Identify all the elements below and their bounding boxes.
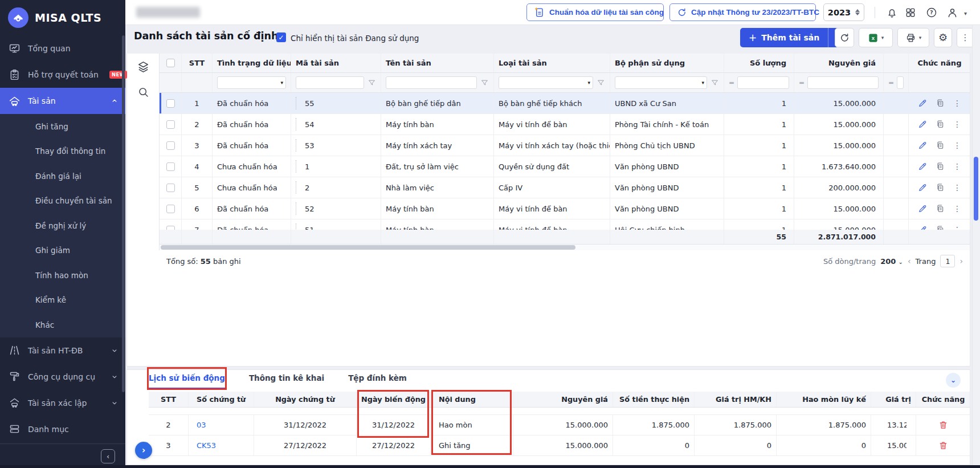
year-spinner-icon[interactable] [855,9,860,15]
sidebar-scrollbar-thumb[interactable] [122,35,125,392]
refresh-list-button[interactable] [835,28,854,47]
col-type[interactable]: Loại tài sản [494,54,610,72]
edit-icon[interactable] [918,99,927,108]
tab-declaration-info[interactable]: Thông tin kê khai [249,373,324,389]
year-selector[interactable]: 2023 [823,3,864,21]
equals-operator[interactable]: = [799,79,805,87]
col-cost[interactable]: Nguyên giá [794,54,884,72]
status-filter-select[interactable]: ▾ [217,76,286,89]
standardize-data-button[interactable]: Chuẩn hóa dữ liệu tài sản công [526,3,664,21]
per-page-select[interactable]: 200 ⌄ [880,257,903,266]
row-more-icon[interactable]: ⋮ [953,120,961,129]
extra-filter-input[interactable] [897,76,904,89]
col-name[interactable]: Tên tài sản [381,54,494,72]
tab-change-history[interactable]: Lịch sử biến động [149,373,225,389]
filter-funnel-icon[interactable] [480,79,489,87]
settings-gear-button[interactable]: ⚙ [934,28,952,47]
code-filter-input[interactable] [296,76,364,89]
row-more-icon[interactable]: ⋮ [953,225,961,230]
edit-icon[interactable] [918,141,927,150]
apps-grid-icon[interactable] [903,6,918,19]
copy-icon[interactable] [936,225,945,230]
table-row[interactable]: 7 Đã chuẩn hóa 51 Máy tính bàn Máy vi tí… [160,219,970,230]
prev-page-icon[interactable]: ‹ [908,257,911,266]
row-more-icon[interactable]: ⋮ [953,99,961,108]
tab-attachments[interactable]: Tệp đính kèm [348,373,407,389]
copy-icon[interactable] [936,162,945,171]
submenu-item[interactable]: Khác [0,312,125,337]
table-row[interactable]: 1 Đã chuẩn hóa 55 Bộ bàn ghế tiếp dân Bộ… [160,93,970,114]
sidebar-item-catalog[interactable]: Danh mục [0,416,125,442]
row-checkbox[interactable] [166,99,175,108]
help-icon[interactable] [924,6,939,19]
notifications-bell-icon[interactable] [884,6,899,19]
document-link[interactable]: 03 [197,421,206,429]
app-logo[interactable]: MISA QLTS [0,0,125,35]
equals-operator[interactable]: = [888,79,894,87]
sidebar-item-established[interactable]: Tài sản xác lập [0,390,125,416]
horizontal-scrollbar[interactable] [160,245,970,250]
cost-filter-input[interactable] [807,76,879,89]
edit-icon[interactable] [918,183,927,192]
print-button[interactable]: ▾ [897,28,929,47]
qty-filter-input[interactable] [737,76,789,89]
submenu-item[interactable]: Ghi giảm [0,238,125,263]
more-options-button[interactable]: ⋮ [957,28,974,47]
col-stt[interactable]: STT [182,54,213,72]
row-more-icon[interactable]: ⋮ [953,204,961,213]
document-link[interactable]: CK53 [197,441,216,450]
sidebar-item-assets[interactable]: Tài sản [0,88,125,114]
delete-trash-icon[interactable] [938,420,948,430]
sidebar-item-settlement[interactable]: Hỗ trợ quyết toán NEW [0,62,125,88]
sidebar-item-tools[interactable]: Công cụ dụng cụ [0,364,125,390]
col-code[interactable]: Mã tài sản [291,54,381,72]
table-row[interactable]: 4 Chưa chuẩn hóa 1 Đất, trụ sở làm việc … [160,156,970,177]
equals-operator[interactable]: = [729,79,734,87]
filter-funnel-icon[interactable] [597,79,605,87]
history-row[interactable]: 3 CK53 27/12/2022 27/12/2022 Ghi tăng 15… [149,436,970,456]
delete-trash-icon[interactable] [938,441,948,450]
submenu-item[interactable]: Đánh giá lại [0,164,125,189]
copy-icon[interactable] [936,99,945,108]
copy-icon[interactable] [936,120,945,129]
row-checkbox[interactable] [166,226,175,230]
user-menu-caret-icon[interactable]: ▾ [964,10,967,17]
copy-icon[interactable] [936,183,945,192]
row-more-icon[interactable]: ⋮ [953,141,961,150]
sidebar-item-overview[interactable]: Tổng quan [0,35,125,62]
submenu-item[interactable]: Thay đổi thông tin [0,139,125,164]
filter-funnel-icon[interactable] [710,79,719,87]
horizontal-scrollbar-thumb[interactable] [161,245,575,250]
page-number-input[interactable]: 1 [940,255,955,267]
name-filter-input[interactable] [386,76,477,89]
window-scrollbar[interactable] [972,25,980,468]
col-qty[interactable]: Số lượng [724,54,794,72]
layers-icon[interactable] [137,60,150,74]
col-dept[interactable]: Bộ phận sử dụng [610,54,724,72]
select-all-checkbox[interactable] [166,59,175,67]
copy-icon[interactable] [936,141,945,150]
show-in-use-checkbox[interactable]: ✓ [276,32,286,42]
table-row[interactable]: 5 Chưa chuẩn hóa 2 Nhà làm việc Cấp IV V… [160,177,970,198]
submenu-item[interactable]: Tính hao mòn [0,263,125,288]
history-row[interactable]: 2 03 31/12/2022 31/12/2022 Hao mòn 15.00… [149,415,970,436]
expand-panel-button[interactable]: › [135,442,152,459]
table-row[interactable]: 2 Đã chuẩn hóa 54 Máy tính bàn Máy vi tí… [160,114,970,135]
window-scrollbar-thumb[interactable] [974,157,978,221]
row-checkbox[interactable] [166,120,175,129]
add-asset-button[interactable]: +Thêm tài sản [740,28,828,47]
next-page-icon[interactable]: › [959,257,963,266]
submenu-item[interactable]: Kiểm kê [0,288,125,313]
dept-filter-select[interactable]: ▾ [615,76,707,89]
sidebar-collapse-button[interactable]: ‹ [101,449,115,463]
row-checkbox[interactable] [166,205,175,213]
row-checkbox[interactable] [166,184,175,192]
update-circular-button[interactable]: Cập nhật Thông tư 23/2023/TT-BTC [669,3,816,21]
row-checkbox[interactable] [166,162,175,171]
edit-icon[interactable] [918,225,927,230]
submenu-item[interactable]: Đề nghị xử lý [0,213,125,238]
sidebar-item-infra[interactable]: Tài sản HT-ĐB [0,337,125,364]
collapse-detail-icon[interactable]: ⌄ [946,373,961,388]
user-account-icon[interactable] [945,6,959,19]
edit-icon[interactable] [918,162,927,171]
